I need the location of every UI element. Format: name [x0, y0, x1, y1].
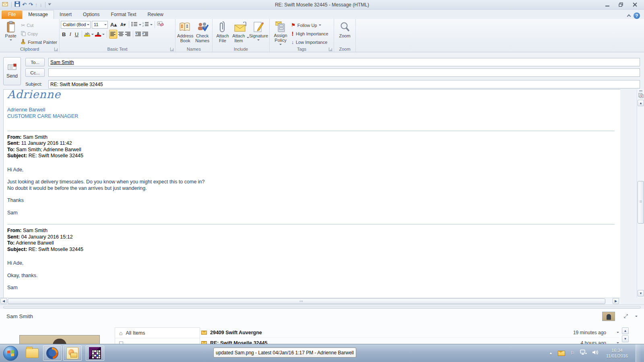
people-pane-collapse-icon[interactable]: [635, 316, 638, 318]
align-center-button[interactable]: [118, 31, 124, 38]
horizontal-scrollbar[interactable]: ◀ ▶: [0, 298, 620, 304]
bullets-dropdown-icon[interactable]: [139, 24, 141, 27]
restore-button[interactable]: [616, 2, 626, 8]
to-button[interactable]: To...: [25, 58, 45, 66]
decrease-indent-button[interactable]: [135, 31, 141, 38]
tab-message[interactable]: Message: [22, 10, 54, 19]
taskbar-app-button[interactable]: [86, 346, 104, 361]
tab-options[interactable]: Options: [77, 10, 105, 19]
taskbar-firefox-button[interactable]: [43, 346, 62, 361]
zoom-button[interactable]: Zoom: [335, 20, 354, 46]
clear-formatting-button[interactable]: A: [157, 21, 164, 28]
attach-file-button[interactable]: Attach File: [214, 20, 231, 46]
subject-field[interactable]: [48, 80, 640, 88]
taskbar-explorer-button[interactable]: [23, 346, 41, 361]
grow-font-button[interactable]: A▴: [109, 22, 118, 28]
bold-button[interactable]: B: [61, 31, 67, 37]
high-importance-button[interactable]: ! High Importance: [290, 29, 329, 38]
zoom-icon: [340, 21, 350, 33]
increase-indent-button[interactable]: [142, 31, 149, 38]
bullets-button[interactable]: [131, 21, 138, 28]
align-left-button[interactable]: [109, 30, 117, 39]
copy-button[interactable]: Copy: [20, 30, 58, 38]
expand-people-pane-icon[interactable]: ⤢: [624, 313, 628, 319]
underline-button[interactable]: U: [74, 31, 80, 37]
undo-button[interactable]: ↶: [22, 2, 27, 7]
customize-qat-button[interactable]: [48, 3, 51, 6]
message-body[interactable]: Adrienne Adrienne Barwell CUSTOMER CARE …: [3, 89, 620, 298]
redo-button[interactable]: ↷: [29, 2, 33, 7]
reading-pane-toggle-icon[interactable]: [638, 93, 644, 100]
taskbar-outlook-button[interactable]: [63, 346, 82, 361]
previous-item-button[interactable]: ↑: [35, 2, 38, 7]
tab-insert[interactable]: Insert: [54, 10, 77, 19]
tab-file[interactable]: File: [2, 10, 22, 19]
font-size-combo[interactable]: 11: [92, 21, 108, 29]
cc-field[interactable]: [48, 68, 640, 77]
next-item-button[interactable]: ↓: [39, 2, 42, 7]
tray-clock[interactable]: 16:34 11/01/2016: [604, 348, 630, 359]
split-handle[interactable]: [639, 90, 642, 91]
attach-item-button[interactable]: Attach Item: [231, 20, 249, 46]
taskbar-window-label[interactable]: updated Sam.png - Latest 04/Jan/16 1:17 …: [213, 348, 356, 358]
font-color-dropdown-icon[interactable]: [102, 34, 105, 36]
tray-show-hidden-icon[interactable]: ▲: [549, 351, 553, 355]
text-highlight-button[interactable]: ab: [84, 32, 90, 37]
save-button[interactable]: [14, 1, 20, 8]
pane-splitter[interactable]: [0, 304, 644, 309]
horizontal-scroll-thumb[interactable]: [8, 298, 605, 304]
highlight-dropdown-icon[interactable]: [91, 34, 94, 36]
qat-separator: [11, 2, 12, 8]
show-desktop-button[interactable]: [636, 344, 641, 362]
tab-review[interactable]: Review: [142, 10, 169, 19]
email-list-item[interactable]: RE: Swift Moselle 32445 4 hours ago: [201, 338, 619, 344]
check-names-button[interactable]: Check Names: [194, 20, 211, 46]
tray-network-icon[interactable]: [580, 350, 587, 357]
font-color-button[interactable]: A: [95, 32, 101, 37]
scroll-down-button[interactable]: ▼: [638, 290, 644, 296]
help-button[interactable]: ?: [634, 12, 640, 19]
people-pane-scrollbar[interactable]: ▲ ▼: [622, 327, 629, 343]
clipboard-dialog-launcher[interactable]: [54, 47, 58, 51]
collapse-ribbon-icon[interactable]: [627, 14, 631, 19]
cut-button[interactable]: ✂ Cut: [20, 21, 58, 30]
scroll-down-button[interactable]: ▼: [622, 335, 629, 342]
italic-button[interactable]: I: [68, 31, 72, 37]
vertical-scrollbar[interactable]: ▲ ▼: [637, 89, 644, 298]
basic-text-dialog-launcher[interactable]: [170, 47, 174, 51]
vertical-scroll-thumb[interactable]: [638, 181, 644, 224]
format-painter-button[interactable]: Format Painter: [20, 38, 58, 46]
numbering-button[interactable]: 12: [142, 21, 149, 28]
cc-button[interactable]: Cc...: [25, 68, 45, 77]
tray-flag-icon[interactable]: ⚐: [570, 350, 575, 356]
send-button[interactable]: Send: [3, 57, 21, 85]
font-name-combo[interactable]: Calibri (Bod: [61, 21, 91, 29]
tags-dialog-launcher[interactable]: [329, 47, 332, 51]
signature-button[interactable]: Signature: [249, 20, 268, 46]
assign-policy-button[interactable]: Assign Policy: [271, 20, 290, 46]
low-importance-button[interactable]: ↓ Low Importance: [290, 38, 329, 46]
follow-up-button[interactable]: ⚑ Follow Up: [290, 21, 329, 29]
scroll-right-button[interactable]: ▶: [613, 298, 619, 304]
email-list-item[interactable]: 29409 Swift Auvergne 19 minutes ago: [201, 327, 619, 338]
scroll-left-button[interactable]: ◀: [0, 298, 7, 304]
close-button[interactable]: [630, 2, 640, 8]
numbering-dropdown-icon[interactable]: [150, 24, 153, 27]
tray-volume-icon[interactable]: [592, 350, 599, 357]
to-field[interactable]: [48, 58, 640, 66]
minimize-button[interactable]: [602, 2, 613, 8]
scroll-up-button[interactable]: ▲: [622, 327, 629, 334]
paste-button[interactable]: Paste: [1, 20, 20, 46]
align-right-button[interactable]: [125, 31, 131, 38]
item-dropdown-icon[interactable]: [617, 332, 619, 334]
nav-all-items[interactable]: ⌂ All Items: [115, 327, 200, 338]
nav-item-clipped[interactable]: [115, 338, 200, 344]
paste-dropdown-icon[interactable]: [10, 39, 12, 42]
start-button[interactable]: [3, 346, 18, 361]
tab-format-text[interactable]: Format Text: [105, 10, 142, 19]
body-line: Sam: [7, 285, 615, 291]
scroll-up-button[interactable]: ▲: [638, 100, 644, 106]
tray-mail-icon[interactable]: [558, 351, 565, 356]
address-book-button[interactable]: Address Book: [177, 20, 194, 46]
shrink-font-button[interactable]: A▾: [119, 22, 127, 27]
